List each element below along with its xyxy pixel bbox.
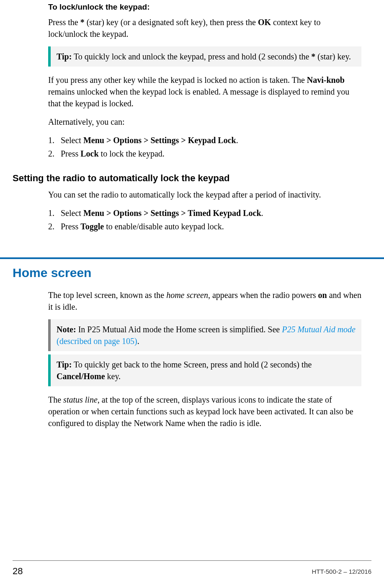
tip-label: Tip: — [57, 360, 72, 369]
document-reference: HTT-500-2 – 12/2016 — [312, 567, 371, 576]
ordered-list-auto-lock-steps: Select Menu > Options > Settings > Timed… — [48, 207, 361, 232]
list-item: Press Toggle to enable/disable auto keyp… — [48, 221, 361, 232]
heading-home-screen: Home screen — [13, 264, 361, 282]
text-fragment: Press the — [48, 18, 80, 27]
text-bold-on: on — [318, 290, 327, 300]
paragraph-lock-instructions: Press the * (star) key (or a designated … — [48, 16, 361, 40]
list-item: Select Menu > Options > Settings > Keypa… — [48, 134, 361, 146]
note-label: Note: — [57, 325, 76, 334]
text-fragment: Press — [61, 222, 80, 231]
text-bold-cancel-home: Cancel/Home — [57, 372, 105, 381]
paragraph-status-line: The status line, at the top of the scree… — [48, 394, 361, 429]
text-italic-status-line: status line, — [63, 395, 100, 404]
note-callout-p25: Note: In P25 Mutual Aid mode the Home sc… — [48, 319, 361, 351]
tip-callout-home: Tip: To quickly get back to the home Scr… — [48, 354, 361, 386]
text-italic-home-screen: home screen — [166, 290, 208, 300]
text-fragment: key. — [105, 372, 121, 381]
text-fragment: The top level screen, known as the — [48, 290, 166, 300]
text-bold-lock: Lock — [80, 149, 98, 158]
text-fragment: remains unlocked when the keypad lock is… — [48, 87, 349, 108]
text-bold-menu-path: Menu > Options > Settings > Timed Keypad… — [83, 208, 261, 218]
text-fragment: to lock the keypad. — [99, 149, 165, 158]
ordered-list-lock-steps: Select Menu > Options > Settings > Keypa… — [48, 134, 361, 159]
tip-label: Tip: — [57, 52, 72, 61]
text-fragment: . — [261, 208, 263, 218]
paragraph-home-screen-intro: The top level screen, known as the home … — [48, 289, 361, 313]
text-fragment: (star) key (or a designated soft key), t… — [85, 18, 258, 27]
paragraph-auto-lock-intro: You can set the radio to automatically l… — [48, 189, 361, 200]
link-page-ref[interactable]: (described on page 105) — [57, 336, 137, 346]
link-p25-mutual-aid[interactable]: P25 Mutual Aid mode — [282, 325, 356, 334]
text-fragment: to enable/disable auto keypad lock. — [104, 222, 224, 231]
text-fragment: . — [236, 136, 238, 145]
text-bold-star: * — [311, 52, 315, 61]
paragraph-navi-knob: If you press any other key while the key… — [48, 74, 361, 109]
text-fragment: Select — [61, 208, 83, 218]
text-fragment: . — [137, 336, 139, 346]
text-fragment: (star) key. — [315, 52, 351, 61]
section-divider — [0, 257, 384, 259]
text-fragment: The — [48, 395, 63, 404]
list-item: Select Menu > Options > Settings > Timed… — [48, 207, 361, 219]
text-bold-ok: OK — [258, 18, 271, 27]
text-bold-menu-path: Menu > Options > Settings > Keypad Lock — [83, 136, 236, 145]
paragraph-alternatively: Alternatively, you can: — [48, 116, 361, 128]
tip-callout-lock: Tip: To quickly lock and unlock the keyp… — [48, 46, 361, 67]
sub-heading-lock-unlock: To lock/unlock the keypad: — [48, 2, 361, 13]
text-fragment: To quickly lock and unlock the keypad, p… — [72, 52, 311, 61]
page-footer: 28 HTT-500-2 – 12/2016 — [13, 560, 371, 578]
text-fragment: If you press any other key while the key… — [48, 75, 307, 85]
text-fragment: In P25 Mutual Aid mode the Home screen i… — [76, 325, 282, 334]
text-bold-navi-knob: Navi-knob — [307, 75, 345, 85]
text-bold-toggle: Toggle — [80, 222, 104, 231]
text-fragment: To quickly get back to the home Screen, … — [72, 360, 312, 369]
text-fragment: , appears when the radio powers — [208, 290, 318, 300]
page-number: 28 — [13, 565, 23, 578]
list-item: Press Lock to lock the keypad. — [48, 148, 361, 159]
heading-auto-lock: Setting the radio to automatically lock … — [13, 172, 361, 185]
text-bold-star: * — [80, 18, 85, 27]
text-fragment: Press — [61, 149, 80, 158]
text-fragment: Select — [61, 136, 83, 145]
